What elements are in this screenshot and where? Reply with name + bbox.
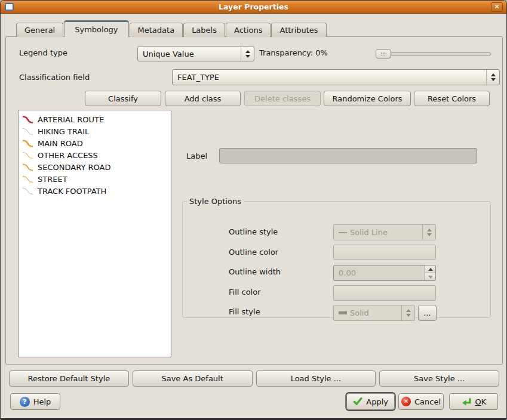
- fill-style-label: Fill style: [229, 307, 260, 316]
- class-label: SECONDARY ROAD: [38, 163, 110, 172]
- fill-style-select: Solid: [333, 305, 415, 321]
- fill-style-more-button[interactable]: ...: [418, 305, 437, 321]
- tab-symbology[interactable]: Symbology: [64, 20, 128, 37]
- style-options-title: Style Options: [187, 197, 244, 206]
- fill-style-value: Solid: [350, 308, 369, 317]
- close-icon[interactable]: ✕: [491, 2, 503, 12]
- ok-button-label: OK: [475, 397, 487, 406]
- line-symbol-icon: [22, 139, 34, 148]
- apply-button-label: Apply: [366, 397, 388, 406]
- cancel-icon: ✕: [401, 397, 411, 406]
- tab-bar: GeneralSymbologyMetadataLabelsActionsAtt…: [16, 20, 327, 37]
- line-symbol-icon: [22, 163, 34, 172]
- apply-button[interactable]: Apply: [346, 393, 395, 410]
- solid-fill-icon: [339, 311, 347, 314]
- tab-labels[interactable]: Labels: [183, 23, 225, 37]
- label-input[interactable]: [219, 148, 477, 163]
- help-button-label: Help: [33, 397, 51, 406]
- outline-width-value: 0.00: [334, 268, 425, 277]
- window-icon: [5, 3, 14, 11]
- ok-button[interactable]: OK: [449, 393, 498, 410]
- transparency-label: Transparency: 0%: [259, 48, 328, 57]
- outline-color-label: Outline color: [229, 248, 278, 257]
- label-field-label: Label: [186, 152, 207, 160]
- help-button[interactable]: ? Help: [10, 393, 60, 410]
- cancel-button[interactable]: ✕ Cancel: [398, 393, 444, 410]
- line-symbol-icon: [22, 127, 34, 136]
- apply-check-icon: [353, 397, 362, 406]
- slider-handle[interactable]: [376, 49, 391, 58]
- outline-style-value: Solid Line: [350, 228, 388, 237]
- classification-field-select[interactable]: FEAT_TYPE: [172, 69, 500, 85]
- titlebar[interactable]: Layer Properties ✕: [1, 1, 506, 14]
- solid-line-icon: [339, 232, 347, 233]
- outline-width-input: 0.00: [333, 265, 436, 281]
- spinner-arrows-icon: [425, 265, 435, 280]
- outline-color-button: [333, 245, 436, 260]
- classification-field-value: FEAT_TYPE: [173, 73, 486, 82]
- window-title: Layer Properties: [1, 2, 506, 11]
- delete-classes-button: Delete classes: [244, 91, 321, 106]
- line-symbol-icon: [22, 175, 34, 184]
- save-style-button[interactable]: Save Style ...: [379, 370, 499, 387]
- legend-type-select[interactable]: Unique Value: [137, 46, 254, 61]
- legend-type-value: Unique Value: [138, 50, 241, 58]
- style-options-group: Style Options Outline style Solid Line O…: [182, 197, 491, 318]
- combo-arrows-icon: [241, 47, 254, 61]
- tab-attributes[interactable]: Attributes: [271, 23, 326, 37]
- combo-arrows-icon: [401, 305, 414, 320]
- class-row[interactable]: HIKING TRAIL: [20, 125, 169, 137]
- class-row[interactable]: MAIN ROAD: [20, 137, 169, 149]
- class-row[interactable]: TRACK FOOTPATH: [20, 185, 169, 197]
- outline-style-select: Solid Line: [333, 224, 436, 240]
- classification-field-label: Classification field: [19, 73, 90, 82]
- tab-metadata[interactable]: Metadata: [130, 23, 183, 37]
- line-symbol-icon: [22, 151, 34, 160]
- class-list[interactable]: ARTERIAL ROUTEHIKING TRAILMAIN ROADOTHER…: [18, 110, 171, 357]
- class-row[interactable]: OTHER ACCESS: [20, 149, 169, 161]
- layer-properties-dialog: Layer Properties ✕ GeneralSymbologyMetad…: [0, 0, 507, 420]
- combo-arrows-icon: [422, 225, 435, 240]
- fill-color-label: Fill color: [229, 288, 261, 297]
- tab-actions[interactable]: Actions: [226, 23, 271, 37]
- style-buttons-row: Restore Default StyleSave As DefaultLoad…: [9, 370, 499, 387]
- class-label: OTHER ACCESS: [38, 151, 98, 160]
- help-icon: ?: [20, 397, 30, 407]
- line-symbol-icon: [22, 115, 34, 124]
- add-class-button[interactable]: Add class: [165, 91, 241, 106]
- transparency-slider[interactable]: [376, 49, 491, 58]
- combo-arrows-icon: [486, 70, 499, 85]
- class-row[interactable]: ARTERIAL ROUTE: [20, 113, 169, 125]
- randomize-colors-button[interactable]: Randomize Colors: [324, 91, 411, 106]
- line-symbol-icon: [22, 187, 34, 196]
- restore-default-style-button[interactable]: Restore Default Style: [9, 370, 129, 387]
- reset-colors-button[interactable]: Reset Colors: [414, 91, 490, 106]
- class-row[interactable]: STREET: [20, 173, 169, 185]
- save-as-default-button[interactable]: Save As Default: [133, 370, 253, 387]
- outline-style-label: Outline style: [229, 227, 278, 236]
- class-label: STREET: [38, 175, 67, 184]
- classify-button[interactable]: Classify: [85, 91, 161, 106]
- class-row[interactable]: SECONDARY ROAD: [20, 161, 169, 173]
- outline-width-label: Outline width: [229, 267, 281, 276]
- class-label: HIKING TRAIL: [38, 127, 89, 136]
- load-style-button[interactable]: Load Style ...: [256, 370, 376, 387]
- cancel-button-label: Cancel: [414, 397, 441, 406]
- fill-color-button: [333, 285, 436, 301]
- class-label: MAIN ROAD: [38, 139, 83, 148]
- tab-general[interactable]: General: [16, 23, 63, 37]
- ok-enter-icon: [461, 397, 472, 407]
- class-label: TRACK FOOTPATH: [38, 187, 106, 196]
- symbology-panel: Legend type Unique Value Transparency: 0…: [5, 36, 503, 365]
- slider-groove: [376, 52, 491, 55]
- legend-type-label: Legend type: [19, 48, 67, 57]
- class-label: ARTERIAL ROUTE: [38, 115, 104, 124]
